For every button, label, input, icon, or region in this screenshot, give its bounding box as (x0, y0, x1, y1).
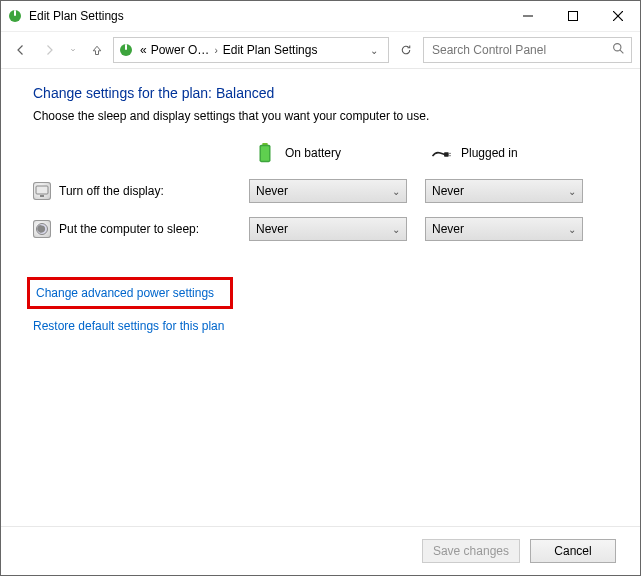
display-battery-value: Never (256, 184, 288, 198)
recent-locations-button[interactable] (65, 38, 81, 62)
links-section: Change advanced power settings Restore d… (33, 277, 640, 347)
window-controls (505, 1, 640, 31)
breadcrumb[interactable]: « Power O… › Edit Plan Settings ⌄ (113, 37, 389, 63)
content-area: Change settings for the plan: Balanced C… (1, 69, 640, 526)
up-button[interactable] (85, 38, 109, 62)
svg-line-9 (620, 50, 623, 53)
footer: Save changes Cancel (1, 526, 640, 575)
settings-grid: On battery Plugged in Turn (33, 141, 640, 241)
link-restore-defaults[interactable]: Restore default settings for this plan (33, 319, 224, 333)
app-icon (7, 8, 23, 24)
forward-button[interactable] (37, 38, 61, 62)
cancel-button-label: Cancel (554, 544, 591, 558)
search-box[interactable] (423, 37, 632, 63)
window-frame: Edit Plan Settings (0, 0, 641, 576)
svg-rect-7 (125, 44, 127, 50)
page-heading: Change settings for the plan: Balanced (33, 85, 640, 101)
chevron-down-icon: ⌄ (392, 186, 400, 197)
chevron-right-icon[interactable]: › (211, 45, 220, 56)
refresh-button[interactable] (393, 37, 419, 63)
breadcrumb-seg-power-options[interactable]: Power O… (149, 43, 212, 57)
sleep-battery-value: Never (256, 222, 288, 236)
svg-rect-13 (444, 152, 449, 157)
svg-point-8 (614, 44, 621, 51)
svg-rect-3 (568, 12, 577, 21)
svg-rect-17 (40, 195, 44, 197)
cancel-button[interactable]: Cancel (530, 539, 616, 563)
power-icon (118, 42, 134, 58)
svg-rect-16 (36, 186, 48, 194)
display-battery-dropdown[interactable]: Never ⌄ (249, 179, 407, 203)
close-button[interactable] (595, 1, 640, 31)
highlight-box: Change advanced power settings (27, 277, 233, 309)
display-icon (33, 182, 51, 200)
sleep-battery-dropdown[interactable]: Never ⌄ (249, 217, 407, 241)
column-header-plugged-label: Plugged in (461, 146, 518, 160)
svg-rect-12 (261, 146, 269, 161)
row-sleep-label: Put the computer to sleep: (59, 222, 199, 236)
page-subtext: Choose the sleep and display settings th… (33, 109, 640, 123)
column-header-battery: On battery (249, 141, 409, 165)
sleep-icon (33, 220, 51, 238)
display-plugged-value: Never (432, 184, 464, 198)
maximize-button[interactable] (550, 1, 595, 31)
navbar: « Power O… › Edit Plan Settings ⌄ (1, 32, 640, 69)
chevron-down-icon: ⌄ (568, 224, 576, 235)
titlebar: Edit Plan Settings (1, 1, 640, 32)
breadcrumb-prev-indicator[interactable]: « (138, 43, 149, 57)
column-header-plugged: Plugged in (425, 141, 585, 165)
column-header-battery-label: On battery (285, 146, 341, 160)
breadcrumb-dropdown[interactable]: ⌄ (364, 45, 384, 56)
row-sleep: Put the computer to sleep: (33, 220, 233, 238)
window-title: Edit Plan Settings (29, 9, 505, 23)
plug-icon (431, 141, 451, 165)
save-button[interactable]: Save changes (422, 539, 520, 563)
search-input[interactable] (430, 42, 612, 58)
save-button-label: Save changes (433, 544, 509, 558)
back-button[interactable] (9, 38, 33, 62)
search-icon (612, 42, 625, 58)
row-display-label: Turn off the display: (59, 184, 164, 198)
display-plugged-dropdown[interactable]: Never ⌄ (425, 179, 583, 203)
chevron-down-icon: ⌄ (568, 186, 576, 197)
sleep-plugged-value: Never (432, 222, 464, 236)
link-advanced-settings[interactable]: Change advanced power settings (36, 286, 214, 300)
row-display: Turn off the display: (33, 182, 233, 200)
minimize-button[interactable] (505, 1, 550, 31)
battery-icon (255, 141, 275, 165)
breadcrumb-seg-edit-plan[interactable]: Edit Plan Settings (221, 43, 320, 57)
svg-rect-1 (14, 10, 16, 16)
chevron-down-icon: ⌄ (392, 224, 400, 235)
sleep-plugged-dropdown[interactable]: Never ⌄ (425, 217, 583, 241)
